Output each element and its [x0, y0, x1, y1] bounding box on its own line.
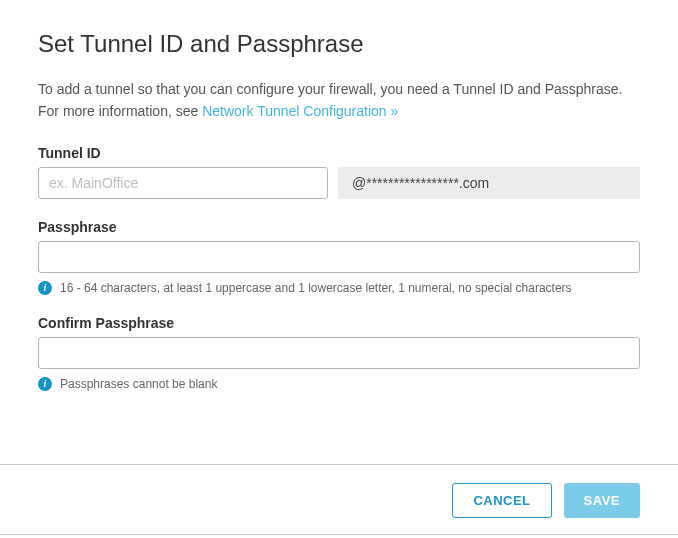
page-title: Set Tunnel ID and Passphrase [38, 30, 640, 58]
tunnel-domain-suffix: @*****************.com [338, 167, 640, 199]
confirm-passphrase-hint-text: Passphrases cannot be blank [60, 377, 217, 391]
confirm-passphrase-label: Confirm Passphrase [38, 315, 640, 331]
cancel-button[interactable]: CANCEL [452, 483, 551, 518]
tunnel-id-row: @*****************.com [38, 167, 640, 199]
tunnel-id-group: Tunnel ID @*****************.com [38, 145, 640, 199]
passphrase-input[interactable] [38, 241, 640, 273]
info-icon: i [38, 377, 52, 391]
passphrase-group: Passphrase i 16 - 64 characters, at leas… [38, 219, 640, 295]
passphrase-hint-text: 16 - 64 characters, at least 1 uppercase… [60, 281, 572, 295]
confirm-passphrase-input[interactable] [38, 337, 640, 369]
description: To add a tunnel so that you can configur… [38, 78, 640, 123]
footer: CANCEL SAVE [0, 464, 678, 518]
confirm-passphrase-group: Confirm Passphrase i Passphrases cannot … [38, 315, 640, 391]
passphrase-hint: i 16 - 64 characters, at least 1 upperca… [38, 281, 640, 295]
form-container: Set Tunnel ID and Passphrase To add a tu… [0, 0, 678, 391]
footer-divider [0, 534, 678, 535]
info-icon: i [38, 281, 52, 295]
passphrase-label: Passphrase [38, 219, 640, 235]
save-button[interactable]: SAVE [564, 483, 640, 518]
network-tunnel-config-link[interactable]: Network Tunnel Configuration » [202, 103, 398, 119]
tunnel-id-input[interactable] [38, 167, 328, 199]
confirm-passphrase-hint: i Passphrases cannot be blank [38, 377, 640, 391]
tunnel-id-label: Tunnel ID [38, 145, 640, 161]
